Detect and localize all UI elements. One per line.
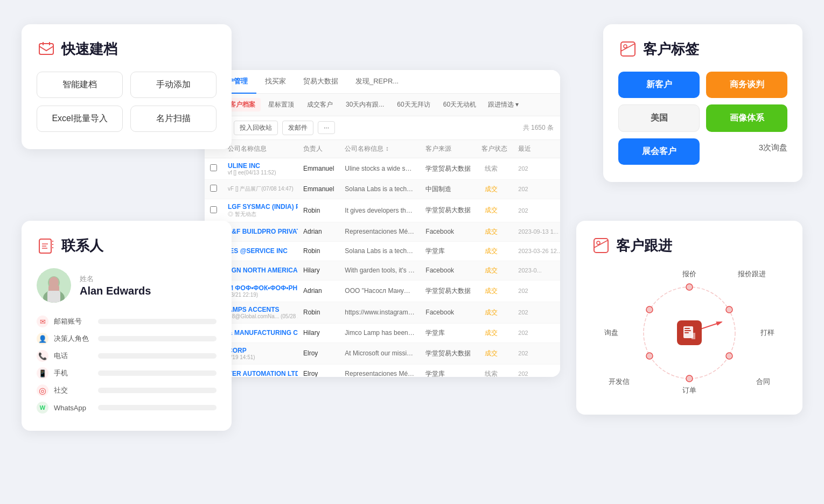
table-row[interactable]: CORP 1/19 14:51) Elroy At Microsoft our … [205, 342, 560, 364]
row-date: 202 [513, 179, 560, 199]
social-label: 社交 [54, 386, 93, 395]
field-role: 👤 决策人角色 [37, 333, 217, 345]
row-company: AMPS ACCENTS s 8@Global.comNa... (05/28 … [222, 302, 298, 323]
tag-business-negotiation[interactable]: 商务谈判 [706, 72, 787, 98]
table-row[interactable]: VER AUTOMATION LTD SIEME Elroy Represent… [205, 364, 560, 377]
excel-import-button[interactable]: Excel批量导入 [37, 106, 123, 132]
row-company: IIGN NORTH AMERICA INC [222, 261, 298, 280]
svg-point-24 [726, 306, 732, 313]
row-status: 成交 [476, 179, 513, 199]
row-owner: Elroy [298, 342, 339, 364]
stage-contract: 合同 [756, 377, 770, 387]
field-phone: 📞 电话 [37, 350, 217, 362]
tag-new-customer[interactable]: 新客户 [618, 72, 700, 98]
toolbar-recycle[interactable]: 投入回收站 [234, 121, 278, 135]
table-row[interactable]: & MANUFACTURING CO Hilary Jimco Lamp has… [205, 323, 560, 342]
table-count: 共 1650 条 [523, 123, 554, 132]
tab-bigdata[interactable]: 贸易大数据 [295, 70, 347, 94]
row-desc: It gives developers the confide... [339, 199, 420, 222]
subtab-more[interactable]: 跟进情选 ▾ [484, 98, 523, 111]
subtab-60sleep[interactable]: 60天无动机 [438, 98, 481, 111]
row-status: 成交 [476, 241, 513, 261]
tab-finder[interactable]: 找买家 [256, 70, 295, 94]
col-source: 客户来源 [420, 140, 476, 158]
toolbar-email[interactable]: 发邮件 [282, 121, 313, 135]
manual-add-button[interactable]: 手动添加 [130, 72, 217, 98]
tab-repr[interactable]: 发现_REPR... [347, 70, 407, 94]
smart-archive-button[interactable]: 智能建档 [37, 72, 123, 98]
table-row[interactable]: IES @SERVICE INC Robin Solana Labs is a … [205, 241, 560, 261]
row-company: F&F BUILDPRO PRIVATE LIMITED [222, 222, 298, 241]
role-label: 决策人角色 [54, 334, 93, 344]
col-date: 最近 [513, 140, 560, 158]
subtab-closed[interactable]: 成交客户 [302, 98, 338, 111]
subtab-30days[interactable]: 30天内有跟... [340, 98, 389, 111]
email-value [98, 319, 217, 324]
stage-order: 订单 [682, 386, 696, 395]
whatsapp-label: WhatsApp [54, 404, 93, 412]
svg-rect-0 [39, 44, 53, 54]
svg-line-18 [621, 44, 635, 51]
customer-data-table: 公司名称信息 负责人 公司名称信息 ↕ 客户来源 客户状态 最近 ULINE I… [205, 140, 560, 377]
row-desc: Solana Labs is a technology co... [339, 241, 420, 261]
contact-name: Alan Edwards [80, 285, 151, 297]
table-row[interactable]: LGF SYSMAC (INDIA) PVT LTD ◎ 暂无动态 Robin … [205, 199, 560, 222]
row-status: 成交 [476, 342, 513, 364]
svg-rect-16 [621, 42, 635, 56]
card-scan-button[interactable]: 名片扫描 [130, 106, 217, 132]
col-status: 客户状态 [476, 140, 513, 158]
row-owner: Hilary [298, 261, 339, 280]
row-desc: Representaciones Médicas del ... [339, 364, 420, 377]
mobile-value [98, 370, 217, 376]
field-email: ✉ 邮箱账号 [37, 316, 217, 327]
row-owner: Robin [298, 199, 339, 222]
subtab-starred[interactable]: 星标置顶 [263, 98, 299, 111]
row-source: 中国制造 [420, 179, 476, 199]
customer-tags-card: 客户标签 新客户 商务谈判 美国 画像体系 展会客户 3次询盘 [603, 24, 802, 182]
field-social: ◎ 社交 [37, 384, 217, 396]
row-status: 成交 [476, 222, 513, 241]
tag-usa[interactable]: 美国 [618, 104, 700, 132]
email-icon: ✉ [37, 316, 48, 327]
subtab-60days[interactable]: 60天无拜访 [392, 98, 435, 111]
row-owner: Hilary [298, 323, 339, 342]
followup-title: 客户跟进 [616, 236, 672, 255]
row-owner: Emmanuel [298, 158, 339, 179]
field-whatsapp: W WhatsApp [37, 402, 217, 414]
table-row[interactable]: F&F BUILDPRO PRIVATE LIMITED Adrian Repr… [205, 222, 560, 241]
table-subtabs: 开发客户档案 星标置顶 成交客户 30天内有跟... 60天无拜访 60天无动机… [205, 94, 560, 116]
table-row[interactable]: М ФОФ•ФОК•ФОФ•РНЕ' PVC 03/21 22:19) Adri… [205, 280, 560, 302]
row-checkbox[interactable] [205, 179, 222, 199]
row-status: 成交 [476, 199, 513, 222]
contact-icon [37, 236, 56, 255]
svg-point-26 [686, 375, 693, 382]
row-date: 202 [513, 323, 560, 342]
row-company: IES @SERVICE INC [222, 241, 298, 261]
row-checkbox[interactable] [205, 158, 222, 179]
svg-point-28 [646, 306, 653, 313]
phone-label: 电话 [54, 351, 93, 361]
row-status: 成交 [476, 261, 513, 280]
row-status: 线索 [476, 158, 513, 179]
customer-table-card: 客户管理 找买家 贸易大数据 发现_REPR... 开发客户档案 星标置顶 成交… [205, 70, 560, 377]
table-row[interactable]: vF [] 产品展厂(07/08 14:47) Emmanuel Solana … [205, 179, 560, 199]
main-container: 快速建档 智能建档 手动添加 Excel批量导入 名片扫描 客户管理 找买家 贸… [0, 0, 824, 504]
row-checkbox[interactable] [205, 199, 222, 222]
quick-archive-title: 快速建档 [61, 40, 117, 59]
inquiry-count: 3次询盘 [706, 138, 787, 165]
followup-header: 客户跟进 [591, 236, 787, 255]
phone-value [98, 353, 217, 359]
toolbar-more[interactable]: ··· [318, 121, 335, 134]
table-toolbar: 选 投入回收站 发邮件 ··· 共 1650 条 [205, 116, 560, 140]
row-desc: Uline stocks a wide selection of... [339, 158, 420, 179]
customer-followup-card: 客户跟进 [576, 221, 802, 415]
row-source: 学堂贸易大数据 [420, 342, 476, 364]
table-row[interactable]: ULINE INC vf [] ee(04/13 11:52) Emmanuel… [205, 158, 560, 179]
contact-name-block: 姓名 Alan Edwards [80, 274, 151, 297]
tag-exhibition[interactable]: 展会客户 [618, 138, 700, 165]
table-row[interactable]: IIGN NORTH AMERICA INC Hilary With garde… [205, 261, 560, 280]
tag-portrait[interactable]: 画像体系 [706, 104, 787, 132]
social-icon: ◎ [37, 384, 48, 396]
table-row[interactable]: AMPS ACCENTS s 8@Global.comNa... (05/28 … [205, 302, 560, 323]
svg-point-25 [726, 353, 732, 359]
